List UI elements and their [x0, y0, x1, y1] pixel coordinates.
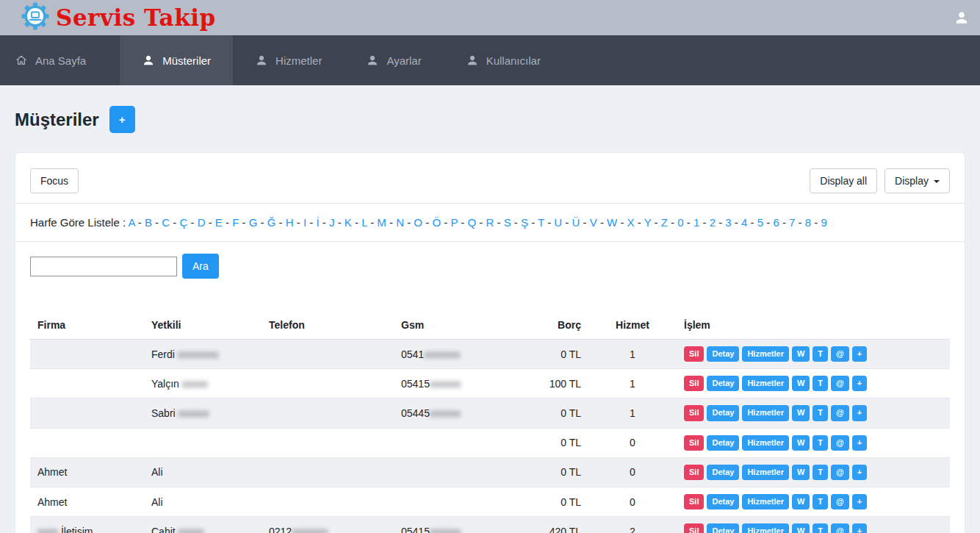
alphabet-letter-H[interactable]: H: [286, 216, 294, 229]
alphabet-letter-Ü[interactable]: Ü: [572, 216, 580, 229]
t-button[interactable]: T: [813, 346, 828, 362]
search-button[interactable]: Ara: [182, 254, 219, 279]
at-button[interactable]: @: [831, 465, 849, 480]
alphabet-letter-1[interactable]: 1: [693, 216, 699, 229]
nav-item-hizmetler[interactable]: Hizmetler: [233, 35, 344, 85]
t-button[interactable]: T: [813, 405, 828, 421]
sil-button[interactable]: Sil: [684, 465, 704, 480]
alphabet-letter-Y[interactable]: Y: [644, 216, 652, 229]
alphabet-letter-Q[interactable]: Q: [467, 216, 476, 229]
alphabet-letter-0[interactable]: 0: [677, 216, 683, 229]
alphabet-letter-W[interactable]: W: [607, 216, 617, 229]
detay-button[interactable]: Detay: [707, 523, 739, 533]
t-button[interactable]: T: [813, 494, 828, 509]
alphabet-letter-5[interactable]: 5: [757, 216, 763, 229]
alphabet-letter-8[interactable]: 8: [805, 216, 811, 229]
plus-button[interactable]: +: [852, 376, 867, 391]
t-button[interactable]: T: [813, 435, 828, 451]
detay-button[interactable]: Detay: [707, 346, 739, 362]
nav-item-kullan-c-lar[interactable]: Kullanıcılar: [444, 35, 563, 85]
alphabet-letter-G[interactable]: G: [249, 216, 258, 229]
alphabet-letter-U[interactable]: U: [554, 216, 562, 229]
at-button[interactable]: @: [831, 435, 849, 451]
plus-button[interactable]: +: [852, 405, 867, 421]
alphabet-letter-C[interactable]: C: [162, 216, 170, 229]
hizmetler-button[interactable]: Hizmetler: [742, 435, 789, 451]
hizmetler-button[interactable]: Hizmetler: [742, 494, 789, 509]
display-all-button[interactable]: Display all: [810, 168, 877, 193]
alphabet-letter-I[interactable]: I: [303, 216, 306, 229]
sil-button[interactable]: Sil: [684, 494, 704, 509]
sil-button[interactable]: Sil: [684, 405, 704, 421]
w-button[interactable]: W: [792, 523, 810, 533]
at-button[interactable]: @: [831, 405, 849, 421]
add-customer-button[interactable]: +: [109, 106, 135, 133]
alphabet-letter-K[interactable]: K: [345, 216, 352, 229]
hizmetler-button[interactable]: Hizmetler: [742, 523, 789, 533]
alphabet-letter-P[interactable]: P: [450, 216, 458, 229]
alphabet-letter-J[interactable]: J: [329, 216, 335, 229]
alphabet-letter-A[interactable]: A: [128, 216, 134, 229]
alphabet-letter-7[interactable]: 7: [789, 216, 795, 229]
alphabet-letter-V[interactable]: V: [590, 216, 597, 229]
alphabet-letter-Ö[interactable]: Ö: [432, 216, 441, 229]
alphabet-letter-2[interactable]: 2: [710, 216, 716, 229]
alphabet-letter-L[interactable]: L: [361, 216, 367, 229]
nav-item-ayarlar[interactable]: Ayarlar: [344, 35, 443, 85]
alphabet-letter-6[interactable]: 6: [773, 216, 779, 229]
nav-item-m-steriler[interactable]: Müsteriler: [120, 35, 233, 85]
alphabet-letter-Ğ[interactable]: Ğ: [267, 216, 276, 229]
plus-button[interactable]: +: [852, 494, 867, 509]
alphabet-letter-D[interactable]: D: [198, 216, 206, 229]
alphabet-letter-E[interactable]: E: [215, 216, 223, 229]
w-button[interactable]: W: [792, 405, 810, 421]
t-button[interactable]: T: [813, 376, 828, 391]
alphabet-letter-N[interactable]: N: [396, 216, 404, 229]
alphabet-letter-S[interactable]: S: [504, 216, 511, 229]
plus-button[interactable]: +: [852, 435, 867, 451]
alphabet-letter-4[interactable]: 4: [741, 216, 747, 229]
sil-button[interactable]: Sil: [684, 523, 704, 533]
w-button[interactable]: W: [792, 494, 810, 509]
sil-button[interactable]: Sil: [684, 376, 704, 391]
w-button[interactable]: W: [792, 346, 810, 362]
detay-button[interactable]: Detay: [707, 405, 739, 421]
alphabet-letter-X[interactable]: X: [627, 216, 635, 229]
hizmetler-button[interactable]: Hizmetler: [742, 376, 789, 391]
sil-button[interactable]: Sil: [684, 435, 704, 451]
w-button[interactable]: W: [792, 435, 810, 451]
alphabet-letter-Ç[interactable]: Ç: [179, 216, 187, 229]
at-button[interactable]: @: [831, 523, 849, 533]
alphabet-letter-Ş[interactable]: Ş: [521, 216, 528, 229]
alphabet-letter-9[interactable]: 9: [821, 216, 826, 229]
plus-button[interactable]: +: [852, 523, 867, 533]
search-input[interactable]: [30, 257, 177, 276]
alphabet-letter-M[interactable]: M: [377, 216, 386, 229]
detay-button[interactable]: Detay: [707, 435, 739, 451]
alphabet-letter-F[interactable]: F: [232, 216, 239, 229]
alphabet-letter-3[interactable]: 3: [725, 216, 731, 229]
hizmetler-button[interactable]: Hizmetler: [742, 346, 789, 362]
detay-button[interactable]: Detay: [707, 376, 739, 391]
at-button[interactable]: @: [831, 346, 849, 362]
alphabet-letter-R[interactable]: R: [486, 216, 494, 229]
alphabet-letter-T[interactable]: T: [538, 216, 544, 229]
plus-button[interactable]: +: [852, 465, 867, 480]
sil-button[interactable]: Sil: [684, 346, 704, 362]
at-button[interactable]: @: [831, 376, 849, 391]
alphabet-letter-O[interactable]: O: [414, 216, 422, 229]
hizmetler-button[interactable]: Hizmetler: [742, 465, 789, 480]
w-button[interactable]: W: [792, 376, 810, 391]
t-button[interactable]: T: [813, 523, 828, 533]
plus-button[interactable]: +: [852, 346, 867, 362]
t-button[interactable]: T: [813, 465, 828, 480]
detay-button[interactable]: Detay: [707, 494, 739, 509]
focus-button[interactable]: Focus: [30, 168, 79, 193]
display-dropdown-button[interactable]: Display: [884, 168, 950, 193]
nav-item-ana-sayfa[interactable]: Ana Sayfa: [0, 35, 120, 85]
w-button[interactable]: W: [792, 465, 810, 480]
user-account-icon[interactable]: [954, 10, 970, 26]
alphabet-letter-B[interactable]: B: [145, 216, 152, 229]
at-button[interactable]: @: [831, 494, 849, 509]
alphabet-letter-İ[interactable]: İ: [316, 216, 319, 229]
